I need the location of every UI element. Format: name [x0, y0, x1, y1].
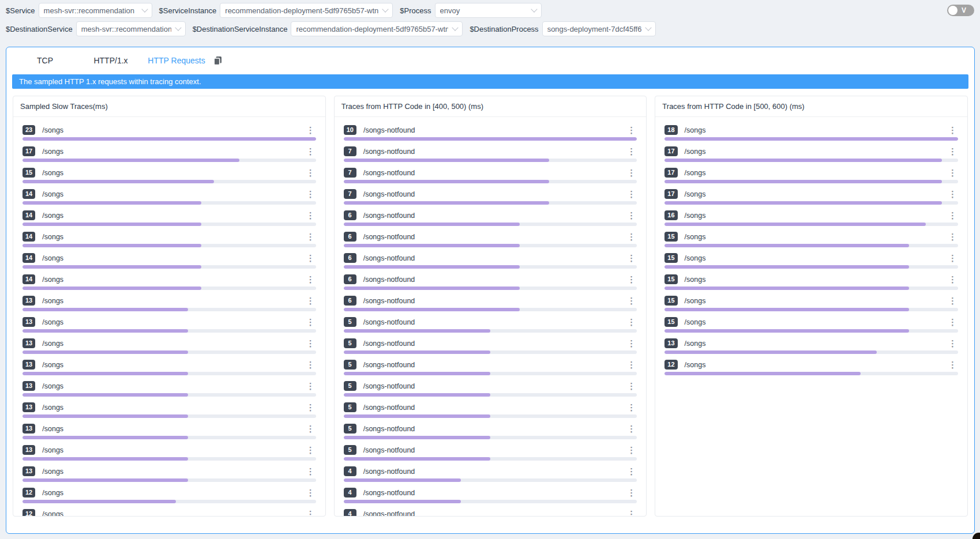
kebab-more-options-icon[interactable]: ⋮: [947, 212, 958, 220]
trace-row[interactable]: 7 /songs-notfound ⋮: [344, 145, 637, 167]
trace-row[interactable]: 4 /songs-notfound ⋮: [344, 508, 637, 516]
trace-row[interactable]: 4 /songs-notfound ⋮: [344, 465, 637, 487]
kebab-more-options-icon[interactable]: ⋮: [626, 468, 637, 476]
trace-row[interactable]: 13 /songs ⋮: [664, 337, 958, 359]
trace-row[interactable]: 13 /songs ⋮: [22, 380, 316, 401]
trace-row[interactable]: 5 /songs-notfound ⋮: [344, 380, 637, 401]
destination-process-select[interactable]: songs-deployment-7dcf45ff67-g: [542, 21, 656, 36]
kebab-more-options-icon[interactable]: ⋮: [626, 446, 637, 454]
kebab-more-options-icon[interactable]: ⋮: [305, 361, 316, 369]
kebab-more-options-icon[interactable]: ⋮: [626, 318, 637, 326]
kebab-more-options-icon[interactable]: ⋮: [305, 340, 316, 348]
trace-row[interactable]: 15 /songs ⋮: [664, 295, 958, 316]
kebab-more-options-icon[interactable]: ⋮: [305, 468, 316, 476]
trace-row[interactable]: 13 /songs ⋮: [22, 444, 316, 465]
copy-icon[interactable]: [213, 55, 223, 66]
kebab-more-options-icon[interactable]: ⋮: [626, 340, 637, 348]
kebab-more-options-icon[interactable]: ⋮: [305, 148, 316, 156]
trace-row[interactable]: 16 /songs ⋮: [664, 209, 958, 231]
kebab-more-options-icon[interactable]: ⋮: [305, 254, 316, 262]
trace-row[interactable]: 23 /songs ⋮: [22, 124, 316, 145]
trace-row[interactable]: 15 /songs ⋮: [22, 167, 316, 188]
trace-row[interactable]: 17 /songs ⋮: [664, 188, 958, 209]
kebab-more-options-icon[interactable]: ⋮: [947, 297, 958, 305]
trace-row[interactable]: 15 /songs ⋮: [664, 273, 958, 295]
kebab-more-options-icon[interactable]: ⋮: [305, 190, 316, 198]
kebab-more-options-icon[interactable]: ⋮: [626, 126, 637, 134]
trace-row[interactable]: 6 /songs-notfound ⋮: [344, 231, 637, 252]
kebab-more-options-icon[interactable]: ⋮: [305, 318, 316, 326]
trace-row[interactable]: 12 /songs ⋮: [22, 487, 316, 508]
toggle-switch[interactable]: V: [947, 5, 974, 16]
process-select[interactable]: envoy: [435, 3, 542, 18]
trace-row[interactable]: 5 /songs-notfound ⋮: [344, 444, 637, 465]
kebab-more-options-icon[interactable]: ⋮: [626, 425, 637, 433]
kebab-more-options-icon[interactable]: ⋮: [626, 489, 637, 497]
trace-row[interactable]: 5 /songs-notfound ⋮: [344, 359, 637, 380]
kebab-more-options-icon[interactable]: ⋮: [305, 510, 316, 517]
kebab-more-options-icon[interactable]: ⋮: [305, 489, 316, 497]
trace-row[interactable]: 6 /songs-notfound ⋮: [344, 273, 637, 295]
trace-row[interactable]: 5 /songs-notfound ⋮: [344, 337, 637, 359]
tab-http-requests[interactable]: HTTP Requests: [146, 56, 207, 65]
kebab-more-options-icon[interactable]: ⋮: [305, 446, 316, 454]
trace-row[interactable]: 13 /songs ⋮: [22, 401, 316, 423]
trace-row[interactable]: 17 /songs ⋮: [664, 145, 958, 167]
trace-row[interactable]: 6 /songs-notfound ⋮: [344, 252, 637, 273]
tab-tcp[interactable]: TCP: [14, 56, 76, 65]
trace-row[interactable]: 15 /songs ⋮: [664, 252, 958, 273]
trace-row[interactable]: 10 /songs-notfound ⋮: [344, 124, 637, 145]
kebab-more-options-icon[interactable]: ⋮: [947, 276, 958, 284]
trace-row[interactable]: 12 /songs ⋮: [664, 359, 958, 380]
tab-http1x[interactable]: HTTP/1.x: [80, 56, 141, 65]
kebab-more-options-icon[interactable]: ⋮: [626, 233, 637, 241]
kebab-more-options-icon[interactable]: ⋮: [947, 169, 958, 177]
trace-row[interactable]: 13 /songs ⋮: [22, 295, 316, 316]
kebab-more-options-icon[interactable]: ⋮: [626, 254, 637, 262]
trace-row[interactable]: 13 /songs ⋮: [22, 337, 316, 359]
kebab-more-options-icon[interactable]: ⋮: [626, 404, 637, 412]
kebab-more-options-icon[interactable]: ⋮: [947, 318, 958, 326]
trace-row[interactable]: 14 /songs ⋮: [22, 231, 316, 252]
trace-row[interactable]: 7 /songs-notfound ⋮: [344, 188, 637, 209]
trace-row[interactable]: 15 /songs ⋮: [664, 231, 958, 252]
trace-row[interactable]: 13 /songs ⋮: [22, 423, 316, 444]
trace-row[interactable]: 14 /songs ⋮: [22, 188, 316, 209]
kebab-more-options-icon[interactable]: ⋮: [626, 297, 637, 305]
kebab-more-options-icon[interactable]: ⋮: [947, 233, 958, 241]
kebab-more-options-icon[interactable]: ⋮: [947, 148, 958, 156]
kebab-more-options-icon[interactable]: ⋮: [947, 126, 958, 134]
trace-row[interactable]: 6 /songs-notfound ⋮: [344, 209, 637, 231]
kebab-more-options-icon[interactable]: ⋮: [947, 361, 958, 369]
kebab-more-options-icon[interactable]: ⋮: [305, 126, 316, 134]
kebab-more-options-icon[interactable]: ⋮: [626, 212, 637, 220]
trace-row[interactable]: 13 /songs ⋮: [22, 465, 316, 487]
destination-service-select[interactable]: mesh-svr::recommendation: [76, 21, 186, 36]
kebab-more-options-icon[interactable]: ⋮: [305, 212, 316, 220]
trace-row[interactable]: 5 /songs-notfound ⋮: [344, 401, 637, 423]
kebab-more-options-icon[interactable]: ⋮: [626, 361, 637, 369]
kebab-more-options-icon[interactable]: ⋮: [305, 169, 316, 177]
kebab-more-options-icon[interactable]: ⋮: [305, 297, 316, 305]
kebab-more-options-icon[interactable]: ⋮: [305, 233, 316, 241]
trace-row[interactable]: 5 /songs-notfound ⋮: [344, 423, 637, 444]
trace-row[interactable]: 17 /songs ⋮: [664, 167, 958, 188]
kebab-more-options-icon[interactable]: ⋮: [305, 276, 316, 284]
kebab-more-options-icon[interactable]: ⋮: [626, 169, 637, 177]
kebab-more-options-icon[interactable]: ⋮: [305, 404, 316, 412]
trace-row[interactable]: 7 /songs-notfound ⋮: [344, 167, 637, 188]
kebab-more-options-icon[interactable]: ⋮: [305, 425, 316, 433]
service-select[interactable]: mesh-svr::recommendation: [39, 3, 152, 18]
kebab-more-options-icon[interactable]: ⋮: [947, 254, 958, 262]
trace-row[interactable]: 5 /songs-notfound ⋮: [344, 316, 637, 337]
trace-row[interactable]: 6 /songs-notfound ⋮: [344, 295, 637, 316]
trace-row[interactable]: 13 /songs ⋮: [22, 316, 316, 337]
kebab-more-options-icon[interactable]: ⋮: [626, 148, 637, 156]
trace-row[interactable]: 12 /songs ⋮: [22, 508, 316, 516]
kebab-more-options-icon[interactable]: ⋮: [626, 190, 637, 198]
kebab-more-options-icon[interactable]: ⋮: [947, 340, 958, 348]
trace-row[interactable]: 14 /songs ⋮: [22, 252, 316, 273]
trace-row[interactable]: 14 /songs ⋮: [22, 273, 316, 295]
kebab-more-options-icon[interactable]: ⋮: [626, 276, 637, 284]
kebab-more-options-icon[interactable]: ⋮: [626, 382, 637, 390]
